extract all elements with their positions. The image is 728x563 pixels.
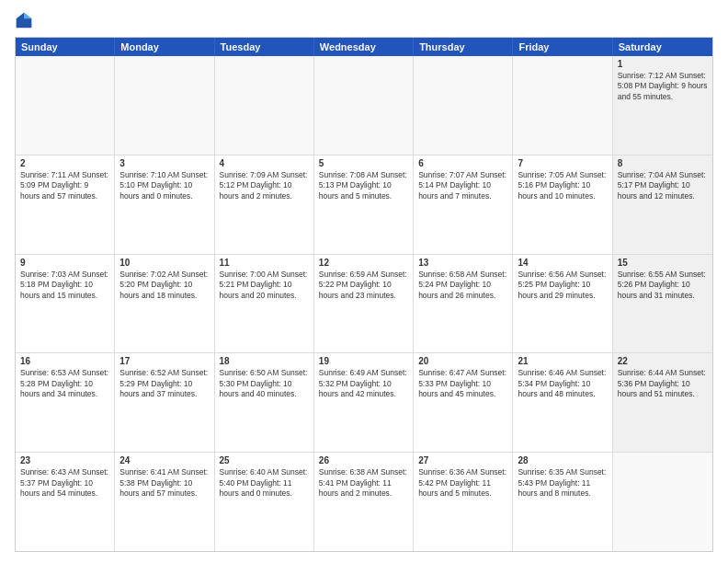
calendar-cell-17: 17Sunrise: 6:52 AM Sunset: 5:29 PM Dayli… bbox=[115, 353, 214, 452]
calendar-cell-4: 4Sunrise: 7:09 AM Sunset: 5:12 PM Daylig… bbox=[215, 155, 314, 254]
day-info: Sunrise: 6:38 AM Sunset: 5:41 PM Dayligh… bbox=[319, 467, 408, 499]
calendar-cell-empty-0-0 bbox=[16, 56, 115, 155]
calendar-cell-12: 12Sunrise: 6:59 AM Sunset: 5:22 PM Dayli… bbox=[314, 255, 414, 353]
calendar-cell-25: 25Sunrise: 6:40 AM Sunset: 5:40 PM Dayli… bbox=[215, 453, 314, 551]
day-number: 8 bbox=[618, 158, 708, 168]
day-info: Sunrise: 7:08 AM Sunset: 5:13 PM Dayligh… bbox=[319, 170, 408, 201]
day-number: 18 bbox=[220, 356, 309, 366]
calendar-cell-6: 6Sunrise: 7:07 AM Sunset: 5:14 PM Daylig… bbox=[414, 155, 513, 254]
calendar-cell-9: 9Sunrise: 7:03 AM Sunset: 5:18 PM Daylig… bbox=[16, 255, 115, 353]
day-number: 9 bbox=[20, 258, 109, 268]
day-number: 27 bbox=[418, 455, 507, 465]
calendar-cell-empty-0-2 bbox=[215, 56, 314, 155]
calendar-cell-21: 21Sunrise: 6:46 AM Sunset: 5:34 PM Dayli… bbox=[513, 353, 612, 452]
calendar-cell-7: 7Sunrise: 7:05 AM Sunset: 5:16 PM Daylig… bbox=[513, 155, 612, 254]
weekday-header-sunday: Sunday bbox=[16, 38, 115, 56]
calendar-cell-empty-0-4 bbox=[414, 56, 513, 155]
day-number: 5 bbox=[319, 158, 408, 168]
day-info: Sunrise: 7:11 AM Sunset: 5:09 PM Dayligh… bbox=[20, 170, 109, 201]
calendar-cell-22: 22Sunrise: 6:44 AM Sunset: 5:36 PM Dayli… bbox=[613, 353, 712, 452]
svg-marker-1 bbox=[24, 13, 31, 19]
day-number: 10 bbox=[119, 258, 209, 268]
calendar-row-4: 16Sunrise: 6:53 AM Sunset: 5:28 PM Dayli… bbox=[16, 353, 712, 453]
weekday-header-friday: Friday bbox=[513, 38, 612, 56]
weekday-header-thursday: Thursday bbox=[414, 38, 513, 56]
day-info: Sunrise: 6:56 AM Sunset: 5:25 PM Dayligh… bbox=[518, 270, 607, 301]
calendar-cell-13: 13Sunrise: 6:58 AM Sunset: 5:24 PM Dayli… bbox=[414, 255, 513, 353]
day-number: 16 bbox=[20, 356, 109, 366]
calendar-cell-15: 15Sunrise: 6:55 AM Sunset: 5:26 PM Dayli… bbox=[613, 255, 712, 353]
calendar-cell-18: 18Sunrise: 6:50 AM Sunset: 5:30 PM Dayli… bbox=[215, 353, 314, 452]
weekday-header-saturday: Saturday bbox=[613, 38, 712, 56]
calendar-header: SundayMondayTuesdayWednesdayThursdayFrid… bbox=[16, 38, 712, 56]
day-info: Sunrise: 7:02 AM Sunset: 5:20 PM Dayligh… bbox=[119, 270, 209, 301]
day-info: Sunrise: 6:40 AM Sunset: 5:40 PM Dayligh… bbox=[220, 467, 309, 499]
calendar-row-5: 23Sunrise: 6:43 AM Sunset: 5:37 PM Dayli… bbox=[16, 453, 712, 551]
calendar-cell-20: 20Sunrise: 6:47 AM Sunset: 5:33 PM Dayli… bbox=[414, 353, 513, 452]
day-number: 13 bbox=[418, 258, 507, 268]
calendar-cell-empty-0-1 bbox=[115, 56, 214, 155]
day-info: Sunrise: 7:09 AM Sunset: 5:12 PM Dayligh… bbox=[220, 170, 309, 201]
day-info: Sunrise: 6:43 AM Sunset: 5:37 PM Dayligh… bbox=[20, 467, 109, 499]
weekday-header-tuesday: Tuesday bbox=[215, 38, 314, 56]
calendar-cell-5: 5Sunrise: 7:08 AM Sunset: 5:13 PM Daylig… bbox=[314, 155, 414, 254]
day-number: 19 bbox=[319, 356, 408, 366]
day-info: Sunrise: 7:05 AM Sunset: 5:16 PM Dayligh… bbox=[518, 170, 607, 201]
calendar-cell-8: 8Sunrise: 7:04 AM Sunset: 5:17 PM Daylig… bbox=[613, 155, 712, 254]
calendar-row-3: 9Sunrise: 7:03 AM Sunset: 5:18 PM Daylig… bbox=[16, 255, 712, 354]
calendar-cell-28: 28Sunrise: 6:35 AM Sunset: 5:43 PM Dayli… bbox=[513, 453, 612, 551]
day-number: 26 bbox=[319, 455, 408, 465]
calendar-cell-empty-4-6 bbox=[613, 453, 712, 551]
day-info: Sunrise: 6:59 AM Sunset: 5:22 PM Dayligh… bbox=[319, 270, 408, 301]
calendar-cell-16: 16Sunrise: 6:53 AM Sunset: 5:28 PM Dayli… bbox=[16, 353, 115, 452]
logo bbox=[15, 11, 37, 29]
day-info: Sunrise: 7:07 AM Sunset: 5:14 PM Dayligh… bbox=[418, 170, 507, 201]
day-info: Sunrise: 7:00 AM Sunset: 5:21 PM Dayligh… bbox=[220, 270, 309, 301]
day-info: Sunrise: 6:49 AM Sunset: 5:32 PM Dayligh… bbox=[319, 368, 408, 399]
day-info: Sunrise: 6:36 AM Sunset: 5:42 PM Dayligh… bbox=[418, 467, 507, 499]
day-number: 17 bbox=[119, 356, 209, 366]
page: SundayMondayTuesdayWednesdayThursdayFrid… bbox=[0, 0, 728, 563]
day-info: Sunrise: 7:03 AM Sunset: 5:18 PM Dayligh… bbox=[20, 270, 109, 301]
calendar-cell-10: 10Sunrise: 7:02 AM Sunset: 5:20 PM Dayli… bbox=[115, 255, 214, 353]
day-number: 14 bbox=[518, 258, 607, 268]
calendar-cell-empty-0-5 bbox=[513, 56, 612, 155]
calendar-cell-1: 1Sunrise: 7:12 AM Sunset: 5:08 PM Daylig… bbox=[613, 56, 712, 155]
day-number: 21 bbox=[518, 356, 607, 366]
day-info: Sunrise: 6:53 AM Sunset: 5:28 PM Dayligh… bbox=[20, 368, 109, 399]
day-info: Sunrise: 6:52 AM Sunset: 5:29 PM Dayligh… bbox=[119, 368, 209, 399]
weekday-header-monday: Monday bbox=[115, 38, 214, 56]
day-number: 28 bbox=[518, 455, 607, 465]
calendar: SundayMondayTuesdayWednesdayThursdayFrid… bbox=[15, 37, 713, 552]
calendar-cell-23: 23Sunrise: 6:43 AM Sunset: 5:37 PM Dayli… bbox=[16, 453, 115, 551]
day-number: 7 bbox=[518, 158, 607, 168]
day-number: 20 bbox=[418, 356, 507, 366]
weekday-header-wednesday: Wednesday bbox=[314, 38, 414, 56]
day-number: 1 bbox=[618, 59, 708, 69]
calendar-cell-19: 19Sunrise: 6:49 AM Sunset: 5:32 PM Dayli… bbox=[314, 353, 414, 452]
day-number: 23 bbox=[20, 455, 109, 465]
day-info: Sunrise: 7:10 AM Sunset: 5:10 PM Dayligh… bbox=[119, 170, 209, 201]
calendar-cell-27: 27Sunrise: 6:36 AM Sunset: 5:42 PM Dayli… bbox=[414, 453, 513, 551]
day-number: 12 bbox=[319, 258, 408, 268]
day-number: 4 bbox=[220, 158, 309, 168]
calendar-cell-empty-0-3 bbox=[314, 56, 414, 155]
day-info: Sunrise: 6:55 AM Sunset: 5:26 PM Dayligh… bbox=[618, 270, 708, 301]
day-info: Sunrise: 6:50 AM Sunset: 5:30 PM Dayligh… bbox=[220, 368, 309, 399]
day-number: 3 bbox=[119, 158, 209, 168]
day-number: 6 bbox=[418, 158, 507, 168]
day-info: Sunrise: 6:35 AM Sunset: 5:43 PM Dayligh… bbox=[518, 467, 607, 499]
calendar-cell-2: 2Sunrise: 7:11 AM Sunset: 5:09 PM Daylig… bbox=[16, 155, 115, 254]
day-info: Sunrise: 7:04 AM Sunset: 5:17 PM Dayligh… bbox=[618, 170, 708, 201]
header bbox=[15, 11, 713, 29]
calendar-cell-26: 26Sunrise: 6:38 AM Sunset: 5:41 PM Dayli… bbox=[314, 453, 414, 551]
day-info: Sunrise: 6:58 AM Sunset: 5:24 PM Dayligh… bbox=[418, 270, 507, 301]
calendar-cell-11: 11Sunrise: 7:00 AM Sunset: 5:21 PM Dayli… bbox=[215, 255, 314, 353]
calendar-row-2: 2Sunrise: 7:11 AM Sunset: 5:09 PM Daylig… bbox=[16, 155, 712, 255]
calendar-cell-14: 14Sunrise: 6:56 AM Sunset: 5:25 PM Dayli… bbox=[513, 255, 612, 353]
day-number: 22 bbox=[618, 356, 708, 366]
day-number: 24 bbox=[119, 455, 209, 465]
day-info: Sunrise: 6:44 AM Sunset: 5:36 PM Dayligh… bbox=[618, 368, 708, 399]
day-info: Sunrise: 6:41 AM Sunset: 5:38 PM Dayligh… bbox=[119, 467, 209, 499]
calendar-cell-24: 24Sunrise: 6:41 AM Sunset: 5:38 PM Dayli… bbox=[115, 453, 214, 551]
